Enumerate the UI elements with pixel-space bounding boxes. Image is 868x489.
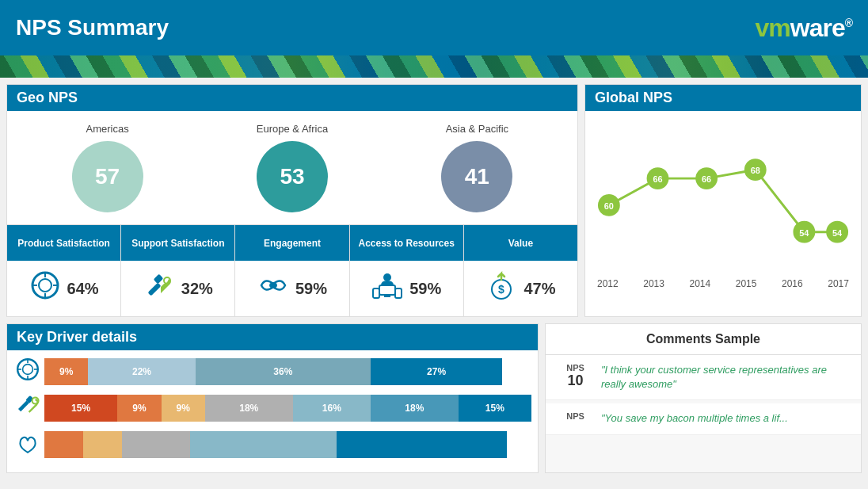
driver-support-sat: Support Satisfaction 32% [121, 225, 235, 316]
seg-s3: 9% [162, 395, 205, 422]
asia-label: Asia & Pacific [446, 123, 508, 135]
bar-icon-product [13, 357, 41, 387]
svg-text:54: 54 [832, 228, 843, 238]
seg-s4: 18% [205, 395, 293, 422]
region-europe: Europe & Africa 53 [257, 123, 328, 212]
americas-label: Americas [86, 123, 129, 135]
comment-text-1: "I think your customer service represent… [601, 363, 849, 392]
driver-access-resources-content: 59% [350, 261, 463, 316]
seg-s7: 15% [459, 395, 531, 422]
bottom-section: Key Driver details 9% 22% [0, 323, 868, 479]
product-sat-pct: 64% [67, 280, 99, 298]
seg-p2: 22% [88, 358, 195, 385]
svg-text:66: 66 [702, 174, 711, 184]
seg-e2 [83, 431, 122, 458]
svg-text:68: 68 [751, 166, 760, 175]
comment-item-2: NPS "You save my bacon multiple times a … [546, 403, 861, 434]
chart-years: 2012 2013 2014 2015 2016 2017 [593, 278, 853, 289]
svg-text:54: 54 [799, 228, 809, 238]
bar-row-product: 9% 22% 36% 27% [13, 357, 531, 387]
svg-rect-13 [395, 288, 402, 298]
svg-rect-6 [147, 283, 161, 296]
svg-point-1 [39, 279, 51, 292]
svg-point-30 [22, 365, 32, 375]
bar-row-support: 15% 9% 9% 18% 16% 18% 15% [13, 393, 531, 423]
page-header: NPS Summary vmware® [0, 0, 868, 55]
bar-segments-support: 15% 9% 9% 18% 16% 18% 15% [44, 395, 531, 422]
seg-p3: 36% [196, 358, 371, 385]
svg-rect-11 [384, 295, 390, 297]
driver-support-sat-content: 32% [121, 261, 234, 316]
comments-title: Comments Sample [546, 324, 861, 355]
seg-p4: 27% [371, 358, 502, 385]
support-sat-pct: 32% [181, 280, 213, 298]
value-pct: 47% [523, 280, 555, 298]
nps-badge-2: NPS [558, 411, 593, 426]
driver-engagement-label: Engagement [235, 225, 348, 261]
global-nps-chart: 60 66 66 68 54 54 2012 2013 2014 2015 20… [585, 111, 861, 301]
driver-value: Value $ 47% [464, 225, 577, 316]
product-sat-icon [29, 269, 61, 308]
asia-circle: 41 [441, 141, 512, 212]
seg-s2: 9% [117, 395, 161, 422]
svg-point-14 [383, 273, 391, 281]
driver-access-resources: Access to Resources [350, 225, 464, 316]
year-2015: 2015 [736, 278, 757, 289]
year-2013: 2013 [643, 278, 664, 289]
europe-circle: 53 [257, 141, 328, 212]
svg-point-9 [269, 282, 277, 288]
seg-s6: 18% [371, 395, 459, 422]
seg-e5 [337, 431, 507, 458]
key-driver-panel: Key Driver details 9% 22% [6, 323, 539, 473]
seg-p1: 9% [44, 358, 88, 385]
driver-product-sat: Product Satisfaction 64% [7, 225, 121, 316]
year-2014: 2014 [690, 278, 711, 289]
svg-rect-12 [373, 288, 379, 298]
value-icon: $ [485, 269, 517, 308]
nps-label-1: NPS [558, 363, 593, 372]
bar-icon-engagement [13, 430, 41, 460]
driver-value-content: $ 47% [464, 261, 577, 316]
nps-badge-1: NPS 10 [558, 363, 593, 392]
asia-value: 41 [465, 164, 489, 189]
driver-support-sat-label: Support Satisfaction [121, 225, 234, 261]
year-2012: 2012 [597, 278, 619, 289]
bar-segments-engagement [44, 431, 531, 458]
vmware-logo: vmware® [755, 13, 852, 43]
driver-engagement-content: 59% [235, 261, 348, 316]
main-content: Geo NPS Americas 57 Europe & Africa 53 A… [0, 78, 868, 323]
nps-label-2: NPS [558, 411, 593, 421]
geo-circles: Americas 57 Europe & Africa 53 Asia & Pa… [7, 111, 577, 224]
svg-rect-7 [153, 274, 163, 285]
nps-value-1: 10 [558, 372, 593, 389]
access-resources-pct: 59% [409, 280, 441, 298]
comment-item-1: NPS 10 "I think your customer service re… [546, 355, 861, 400]
seg-e4 [190, 431, 337, 458]
svg-rect-10 [379, 285, 395, 295]
region-americas: Americas 57 [72, 123, 143, 212]
engagement-icon [257, 269, 289, 308]
year-2016: 2016 [782, 278, 803, 289]
support-sat-icon [143, 269, 175, 308]
driver-product-sat-content: 64% [7, 261, 120, 316]
bar-row-engagement [13, 430, 531, 460]
geo-nps-panel: Geo NPS Americas 57 Europe & Africa 53 A… [6, 84, 578, 317]
key-driver-title: Key Driver details [7, 324, 538, 350]
seg-s1: 15% [44, 395, 117, 422]
svg-text:66: 66 [653, 174, 662, 184]
bar-icon-support [13, 393, 41, 423]
americas-circle: 57 [72, 141, 143, 212]
global-nps-title: Global NPS [585, 85, 861, 111]
year-2017: 2017 [828, 278, 849, 289]
engagement-pct: 59% [295, 280, 327, 298]
driver-product-sat-label: Product Satisfaction [7, 225, 120, 261]
seg-e3 [122, 431, 190, 458]
vm-text: vm [755, 13, 790, 42]
comments-panel: Comments Sample NPS 10 "I think your cus… [545, 323, 862, 473]
banner-pattern [0, 55, 868, 78]
svg-text:60: 60 [604, 201, 614, 211]
comment-text-2: "You save my bacon multiple times a lif.… [601, 411, 788, 426]
driver-engagement: Engagement 59% [235, 225, 349, 316]
region-asia: Asia & Pacific 41 [441, 123, 512, 212]
bar-segments-product: 9% 22% 36% 27% [44, 358, 531, 385]
